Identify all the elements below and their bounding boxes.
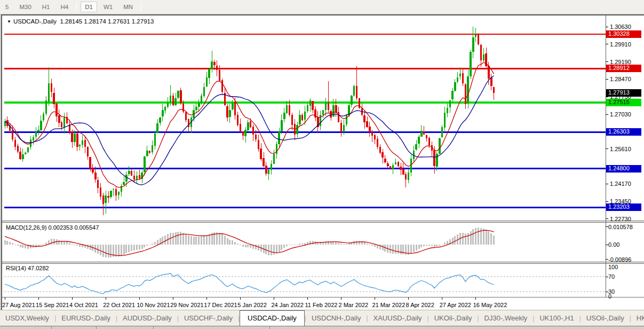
rsi-axis-tick: 100 <box>608 264 618 270</box>
price-axis-tick: 1.28470 <box>610 76 631 82</box>
status-bar-divider <box>269 326 270 329</box>
status-bar <box>0 326 644 329</box>
date-axis-label: 11 Feb 2022 <box>305 302 337 308</box>
toolbar-timeframe-5[interactable]: 5 <box>1 2 13 12</box>
price-axis-tick: 1.29190 <box>610 59 631 65</box>
macd-axis-tick: 0.010578 <box>608 224 633 230</box>
toolbar-timeframe-mn[interactable]: MN <box>119 2 137 12</box>
date-axis-label: 29 Nov 2021 <box>170 302 203 308</box>
macd-axis-tick: 0.00 <box>608 241 619 248</box>
tab-usdchf-daily[interactable]: USDCHF-,Daily <box>179 311 238 325</box>
tab-audusd-daily[interactable]: AUDUSD-,Daily <box>117 311 177 325</box>
toolbar-timeframe-d1[interactable]: D1 <box>81 2 97 12</box>
tab-usdcad-daily[interactable]: USDCAD-,Daily <box>240 310 305 326</box>
status-bar-divider <box>153 326 154 329</box>
tab-usoil-daily[interactable]: USOil-,Daily <box>581 311 630 325</box>
date-axis-label: 27 Apr 2022 <box>440 302 471 308</box>
tab-eurusd-daily[interactable]: EURUSD-,Daily <box>56 311 116 325</box>
mt4-workspace: 5M30H1H4D1W1MN ▼USDCAD-,Daily 1.28145 1.… <box>0 0 644 329</box>
price-axis-tick: 1.29910 <box>610 41 631 48</box>
candlestick-wicks-bull <box>5 27 483 214</box>
chart-symbol-label: USDCAD-,Daily <box>13 18 57 25</box>
toolbar-timeframe-w1[interactable]: W1 <box>99 2 117 12</box>
tab-xauusd-daily[interactable]: XAUUSD-,Daily <box>368 311 427 325</box>
toolbar-timeframe-m30[interactable]: M30 <box>15 2 35 12</box>
tab-usdcnh-daily[interactable]: USDCNH-,Daily <box>306 311 366 325</box>
price-badge-1.27515[interactable]: 1.27515 <box>606 99 641 106</box>
price-axis-tick: 1.24170 <box>610 181 631 187</box>
price-badge-1.24800[interactable]: 1.24800 <box>606 165 641 173</box>
macd-histogram <box>4 228 495 257</box>
timeframe-toolbar: 5M30H1H4D1W1MN <box>0 0 644 14</box>
price-badge-1.27913[interactable]: 1.27913 <box>606 89 641 97</box>
macd-signal-line <box>5 230 494 255</box>
tab-ukoil-daily[interactable]: UKOil-,Daily <box>429 311 478 325</box>
date-axis-label: 15 Sep 2021 <box>36 302 69 308</box>
date-axis-label: 21 Mar 2022 <box>372 302 406 308</box>
rsi-axis-tick: 70 <box>608 273 615 280</box>
rsi-indicator-label: RSI(14) 47.0282 <box>6 265 49 271</box>
status-bar-divider <box>96 326 97 329</box>
price-axis-tick: 1.30630 <box>610 24 631 30</box>
price-axis-tick: 1.27030 <box>610 111 631 118</box>
price-axis-tick: 1.22730 <box>610 216 631 222</box>
price-badge-1.28912[interactable]: 1.28912 <box>606 65 641 72</box>
date-axis-label: 5 Jan 2022 <box>237 302 266 308</box>
macd-indicator-label: MACD(12,26,9) 0.002353 0.005547 <box>6 224 99 231</box>
date-axis-label: 16 May 2022 <box>473 302 507 308</box>
price-axis-tick: 1.25610 <box>610 146 631 152</box>
rsi-axis-tick: 0 <box>608 293 611 300</box>
date-axis-label: 2 Mar 2022 <box>339 302 369 308</box>
toolbar-timeframe-h4[interactable]: H4 <box>56 2 73 12</box>
tab-hk50[interactable]: HK50-, <box>631 311 644 325</box>
date-axis-label: 4 Oct 2021 <box>69 302 98 308</box>
date-axis-label: 8 Apr 2022 <box>406 302 434 308</box>
date-axis-label: 27 Aug 2021 <box>2 302 35 308</box>
date-axis-label: 24 Jan 2022 <box>271 302 304 308</box>
candlestick-bodies-bull <box>4 35 484 203</box>
status-bar-divider <box>51 326 52 329</box>
macd-axis-tick: -0.00896 <box>608 256 631 263</box>
tab-usdx-weekly[interactable]: USDX,Weekly <box>0 311 54 325</box>
date-axis-label: 17 Dec 2021 <box>204 302 237 308</box>
toolbar-separator <box>76 2 77 12</box>
toolbar-separator <box>141 2 141 12</box>
date-axis-label: 22 Oct 2021 <box>103 302 135 308</box>
tab-dj30-weekly[interactable]: DJ30-,Weekly <box>479 311 533 325</box>
chart-tab-bar: USDX,Weekly|EURUSD-,Daily|AUDUSD-,Daily|… <box>0 310 644 326</box>
price-badge-1.30328[interactable]: 1.30328 <box>606 30 641 38</box>
chart-title: ▼USDCAD-,Daily 1.28145 1.28174 1.27631 1… <box>7 18 154 25</box>
tab-uk100-h1[interactable]: UK100-,H1 <box>534 311 579 325</box>
price-badge-1.26303[interactable]: 1.26303 <box>606 128 641 136</box>
toolbar-timeframe-h1[interactable]: H1 <box>38 2 54 12</box>
chart-ohlc-values: 1.28145 1.28174 1.27631 1.27913 <box>60 18 154 25</box>
chevron-down-icon[interactable]: ▼ <box>7 19 11 24</box>
date-axis-label: 10 Nov 2021 <box>137 302 170 308</box>
price-badge-1.23203[interactable]: 1.23203 <box>606 203 641 211</box>
